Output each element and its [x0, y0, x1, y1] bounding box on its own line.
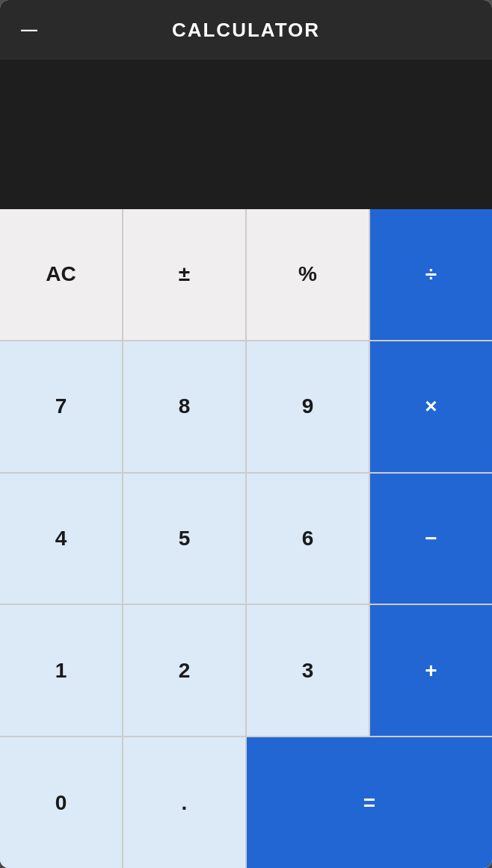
button-equals[interactable]: =	[247, 737, 492, 868]
button-add[interactable]: +	[370, 605, 492, 736]
app-title: CALCULATOR	[172, 19, 320, 42]
button-three[interactable]: 3	[247, 605, 369, 736]
button-multiply[interactable]: ×	[370, 341, 492, 472]
button-subtract[interactable]: −	[370, 474, 492, 604]
title-bar: — CALCULATOR	[0, 0, 492, 60]
button-one[interactable]: 1	[0, 605, 122, 736]
button-six[interactable]: 6	[247, 474, 369, 604]
button-clear[interactable]: AC	[0, 209, 122, 340]
button-percent[interactable]: %	[247, 209, 369, 340]
button-seven[interactable]: 7	[0, 341, 122, 472]
buttons-grid: AC ± % ÷ 7 8 9 × 4 5 6 − 1 2 3 + 0 . =	[0, 209, 492, 868]
display-area	[0, 60, 492, 209]
button-divide[interactable]: ÷	[370, 209, 492, 340]
button-five[interactable]: 5	[123, 474, 245, 604]
minimize-button[interactable]: —	[21, 22, 37, 38]
calculator-window: — CALCULATOR AC ± % ÷ 7 8 9 × 4 5 6 − 1 …	[0, 0, 492, 868]
button-nine[interactable]: 9	[247, 341, 369, 472]
button-decimal[interactable]: .	[123, 737, 245, 868]
button-eight[interactable]: 8	[123, 341, 245, 472]
button-two[interactable]: 2	[123, 605, 245, 736]
button-zero[interactable]: 0	[0, 737, 122, 868]
button-four[interactable]: 4	[0, 474, 122, 604]
button-plus-minus[interactable]: ±	[123, 209, 245, 340]
